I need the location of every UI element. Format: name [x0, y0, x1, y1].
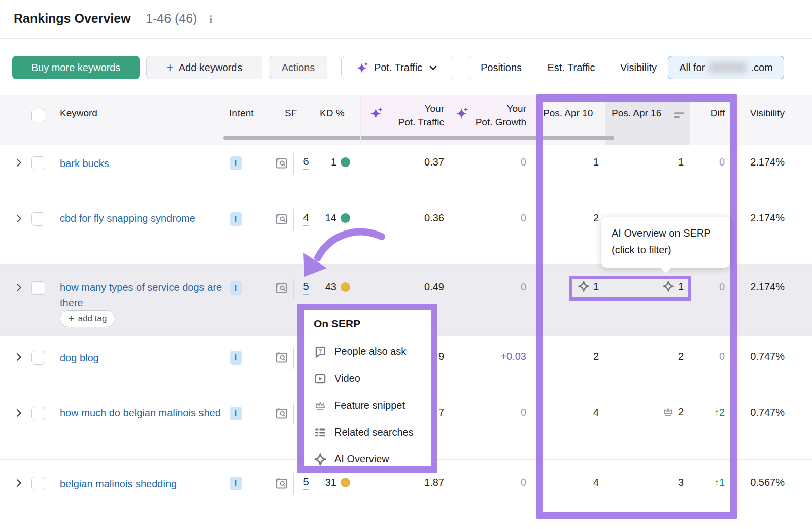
serp-features-icon[interactable]	[275, 351, 288, 365]
tab-visibility-label: Visibility	[620, 62, 657, 74]
tab-est-traffic-label: Est. Traffic	[547, 62, 595, 74]
serp-feature-item[interactable]: AI Overview	[314, 446, 431, 473]
serp-feature-item[interactable]: Video	[314, 365, 431, 392]
horizontal-scrollbar[interactable]	[223, 136, 614, 140]
pos-apr10-value: 1	[593, 156, 599, 168]
col-intent[interactable]: Intent	[229, 108, 254, 119]
tab-positions[interactable]: Positions	[468, 56, 534, 79]
pos-apr10-value: 1	[593, 281, 599, 292]
intent-badge[interactable]: I	[230, 281, 242, 295]
diff-value: 0	[719, 281, 725, 293]
on-serp-popup: On SERP People also ask Video Feature sn…	[297, 304, 437, 473]
col-pos-apr-16[interactable]: Pos. Apr 16	[612, 108, 661, 119]
page-header: Rankings Overview 1-46 (46) i	[0, 0, 812, 39]
on-serp-title: On SERP	[314, 318, 431, 330]
col-visibility[interactable]: Visibility	[750, 108, 785, 119]
add-tag-button[interactable]: + add tag	[60, 310, 115, 327]
col-pos-apr-10[interactable]: Pos. Apr 10	[543, 108, 593, 119]
chevron-down-icon	[427, 62, 439, 74]
tab-visibility[interactable]: Visibility	[608, 56, 668, 79]
tab-est-traffic[interactable]: Est. Traffic	[534, 56, 608, 79]
expand-row-icon[interactable]	[14, 283, 24, 292]
serp-feature-item[interactable]: Feature snippet	[314, 392, 431, 419]
buy-more-keywords-button[interactable]: Buy more keywords	[12, 56, 140, 79]
col-keyword[interactable]: Keyword	[60, 108, 97, 119]
pos-apr16-cell[interactable]: 1	[662, 280, 684, 292]
col-pot-traffic-line2: Pot. Traffic	[398, 115, 444, 129]
expand-row-icon[interactable]	[14, 158, 24, 168]
sorted-column-highlight	[605, 95, 690, 145]
pot-traffic-value: 9	[438, 351, 444, 362]
serp-feature-label: Feature snippet	[334, 400, 405, 411]
col-sf[interactable]: SF	[285, 108, 297, 119]
kd-value: 1	[331, 156, 336, 168]
sparkle-icon	[356, 61, 369, 74]
visibility-value: 0.747%	[750, 351, 785, 362]
intent-badge[interactable]: I	[230, 407, 242, 420]
featured-snippet-icon[interactable]	[662, 406, 674, 418]
add-keywords-button[interactable]: + Add keywords	[146, 56, 262, 79]
info-icon[interactable]: i	[209, 13, 213, 26]
ai-overview-tooltip: AI Overview on SERP (click to filter)	[601, 217, 730, 268]
pos-apr16-cell[interactable]: 2	[662, 406, 684, 418]
pot-growth-value: 0	[521, 477, 526, 488]
actions-button[interactable]: Actions	[269, 56, 327, 79]
pot-traffic-dropdown[interactable]: Pot. Traffic	[341, 56, 454, 79]
domain-tab-suffix: .com	[751, 62, 772, 74]
row-checkbox[interactable]	[31, 212, 45, 226]
intent-badge[interactable]: I	[230, 212, 242, 226]
serp-feature-label: Video	[334, 373, 360, 384]
keyword-link[interactable]: bark bucks	[60, 156, 227, 171]
pos-apr16-value: 1	[678, 156, 684, 168]
pot-growth-value: +0.03	[500, 351, 526, 362]
expand-row-icon[interactable]	[14, 352, 24, 362]
row-checkbox[interactable]	[31, 281, 45, 295]
col-diff[interactable]: Diff	[710, 108, 725, 119]
keyword-link[interactable]: how many types of service dogs are there	[60, 280, 227, 310]
col-pot-traffic[interactable]: Your Pot. Traffic	[398, 102, 444, 129]
expand-row-icon[interactable]	[14, 478, 24, 488]
intent-badge[interactable]: I	[230, 156, 242, 170]
serp-feature-item[interactable]: Related searches	[314, 419, 431, 446]
diff-value: ↑2	[714, 407, 725, 418]
serp-feature-item[interactable]: People also ask	[314, 338, 431, 365]
row-checkbox[interactable]	[31, 351, 45, 365]
visibility-value: 2.174%	[750, 156, 785, 168]
intent-badge[interactable]: I	[230, 351, 242, 365]
expand-row-icon[interactable]	[14, 214, 24, 223]
keyword-link[interactable]: belgian malinois shedding	[60, 476, 227, 491]
pot-growth-value: 0	[521, 407, 526, 418]
keyword-link[interactable]: how much do belgian malinois shed	[60, 405, 227, 420]
tab-all-for-domain[interactable]: All for .com	[668, 56, 784, 79]
pot-growth-value: 0	[521, 212, 526, 224]
expand-row-icon[interactable]	[14, 408, 24, 418]
select-all-checkbox[interactable]	[31, 109, 45, 122]
serp-feature-label: People also ask	[334, 346, 406, 357]
intent-badge[interactable]: I	[230, 477, 242, 490]
row-checkbox[interactable]	[31, 156, 45, 170]
ai-overview-icon[interactable]	[578, 280, 590, 292]
domain-tab-prefix: All for	[679, 62, 705, 74]
pot-growth-value: 0	[521, 156, 526, 168]
kd-easy-dot	[341, 157, 350, 167]
related-searches-icon	[314, 426, 327, 439]
buy-more-keywords-label: Buy more keywords	[31, 62, 121, 74]
kd-value: 43	[325, 281, 336, 293]
add-tag-label: add tag	[78, 314, 107, 324]
ai-overview-icon[interactable]	[662, 280, 674, 292]
result-range: 1-46 (46)	[146, 11, 197, 26]
tooltip-line1: AI Overview on SERP	[612, 225, 730, 242]
sort-descending-icon[interactable]	[673, 111, 685, 119]
people-also-ask-icon	[314, 345, 327, 358]
keyword-link[interactable]: dog blog	[60, 350, 227, 366]
pos-apr10-cell[interactable]: 1	[578, 280, 599, 292]
pos-apr10-value: 4	[593, 477, 599, 488]
col-pot-growth-line2: Pot. Growth	[476, 115, 526, 129]
sparkle-icon	[370, 107, 383, 120]
col-pot-growth[interactable]: Your Pot. Growth	[476, 102, 526, 129]
row-checkbox[interactable]	[31, 407, 45, 420]
row-checkbox[interactable]	[31, 477, 45, 490]
serp-features-icon[interactable]	[275, 407, 288, 420]
col-kd[interactable]: KD %	[320, 108, 345, 119]
keyword-link[interactable]: cbd for fly snapping syndrome	[60, 211, 227, 226]
